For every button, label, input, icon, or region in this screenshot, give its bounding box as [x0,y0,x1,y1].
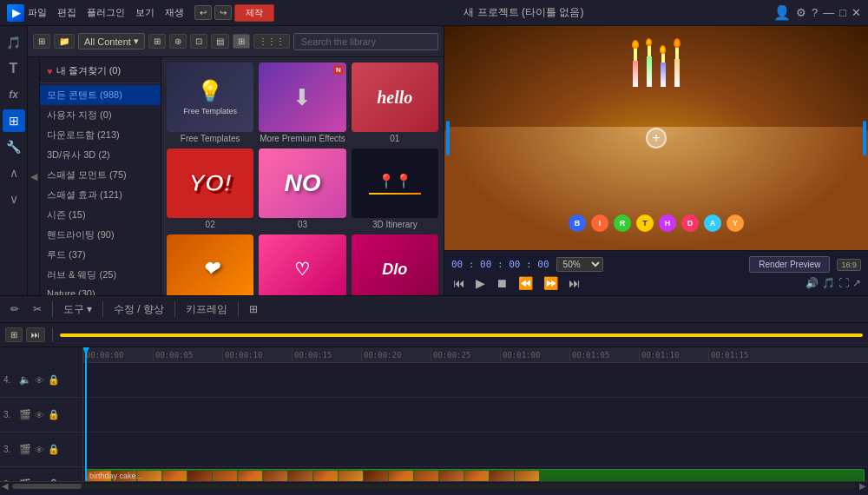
cat-user[interactable]: 사용자 지정 (0) [40,105,161,125]
track-3b-lock-icon[interactable]: 🔒 [48,444,60,455]
template-more3[interactable]: Dlo [352,234,438,295]
thumb-more1[interactable]: ❤ [167,234,253,295]
record-button[interactable]: 제작 [234,4,274,22]
thumb-more2[interactable]: ♡ [259,234,345,295]
sidebar-fx-icon[interactable]: fx [3,83,25,106]
video-clip[interactable]: birthday cake... [85,469,865,481]
track-3a-video-icon[interactable]: 🎬 [19,409,31,420]
track-3a-eye-icon[interactable]: 👁 [35,410,44,420]
fullscreen-icon[interactable]: ⛶ [838,277,849,289]
ruler-spacer [0,347,82,363]
scroll-right-btn[interactable]: ▶ [859,481,866,491]
scrollbar-thumb[interactable] [12,484,82,489]
menu-file[interactable]: 파일 [28,6,47,19]
folder-button[interactable]: 📁 [54,34,75,49]
search-input[interactable] [293,33,438,50]
menu-play[interactable]: 재생 [165,6,184,19]
settings-icon[interactable]: ⚙ [796,6,806,19]
keyframe-button[interactable]: 키프레임 [182,300,231,319]
track-3b-eye-icon[interactable]: 👁 [35,445,44,455]
timeline-jump-button[interactable]: ⏭ [26,327,45,342]
sidebar-chevron-down-icon[interactable]: ∨ [3,188,25,210]
tool-dropdown-button[interactable]: 도구 ▾ [60,300,95,319]
go-to-end-button[interactable]: ⏭ [567,276,582,290]
cat-nature[interactable]: Nature (30) [40,285,161,295]
menu-plugin[interactable]: 플러그인 [87,6,125,19]
menu-edit[interactable]: 편집 [57,6,76,19]
template-01[interactable]: hello 01 [352,63,438,143]
left-handle[interactable] [446,121,450,155]
cut-button[interactable]: ✂ [30,301,45,317]
template-more2[interactable]: ♡ [259,234,345,295]
export-icon[interactable]: ↗ [852,277,861,289]
add-overlay-button[interactable]: + [646,128,667,148]
undo-button[interactable]: ↩ [194,5,212,20]
render-preview-button[interactable]: Render Preview [749,256,830,273]
track-3b-video-icon[interactable]: 🎬 [19,444,31,455]
track-4-lock-icon[interactable]: 🔒 [48,374,60,386]
cat-all[interactable]: 모든 콘텐트 (988) [40,85,161,105]
zoom-select[interactable]: 50% 100% 75% 25% [556,257,603,272]
sidebar-media-icon[interactable]: 🎵 [3,31,25,54]
lib-btn-2[interactable]: ⊛ [169,34,187,49]
modify-button[interactable]: 수정 / 향상 [110,300,168,319]
clip-thumb-17 [490,471,514,481]
cat-special-effects[interactable]: 스패셜 효과 (121) [40,185,161,205]
close-button[interactable]: ✕ [852,6,861,19]
template-03[interactable]: NO 03 [259,148,345,229]
right-handle[interactable] [863,121,866,155]
mute-icon[interactable]: 🎵 [822,277,835,289]
cat-download[interactable]: 다운로드함 (213) [40,125,161,145]
cat-food[interactable]: 루드 (37) [40,245,161,265]
redo-button[interactable]: ↪ [214,5,232,20]
collapse-panel-button[interactable]: ◀ [28,57,40,295]
question-icon[interactable]: ? [812,6,818,19]
template-premium[interactable]: ⬇ N More Premium Effects [259,63,345,143]
thumb-no[interactable]: NO [259,148,345,218]
cat-love[interactable]: 러브 & 웨딩 (25) [40,265,161,285]
view-grid-btn[interactable]: ⊞ [233,34,250,49]
template-3d-itinerary[interactable]: 📍📍 3D Itinerary [352,148,438,229]
stop-button[interactable]: ⏹ [494,276,510,290]
cat-special-motion[interactable]: 스패셜 모먼트 (75) [40,165,161,185]
user-icon[interactable]: 👤 [773,4,791,21]
thumb-3d[interactable]: 📍📍 [352,148,438,218]
lib-btn-3[interactable]: ⊡ [190,34,207,49]
grid-button[interactable]: ⊞ [246,301,261,317]
template-02[interactable]: YO! 02 [167,148,253,229]
sidebar-chevron-up-icon[interactable]: ∧ [3,162,25,184]
thumb-premium[interactable]: ⬇ N [259,63,345,132]
menu-view[interactable]: 보기 [135,6,155,19]
lib-btn-1[interactable]: ⊞ [148,34,166,49]
thumb-yo[interactable]: YO! [167,148,253,218]
scrollbar-track[interactable] [12,484,856,489]
view-compact-btn[interactable]: ⋮⋮⋮ [253,34,290,49]
sidebar-templates-icon[interactable]: ⊞ [3,109,25,132]
thumb-more3[interactable]: Dlo [352,234,438,295]
scroll-left-btn[interactable]: ◀ [2,481,9,491]
import-button[interactable]: ⊞ [33,34,50,49]
timeline-home-button[interactable]: ⊞ [5,327,23,342]
minimize-button[interactable]: — [823,6,834,19]
view-list-btn[interactable]: ▤ [211,34,229,49]
sidebar-text-icon[interactable]: T [3,57,25,80]
frame-back-button[interactable]: ⏪ [516,276,535,290]
track-4-audio-icon[interactable]: 🔈 [19,374,31,386]
sidebar-filter-icon[interactable]: 🔧 [3,135,25,158]
play-button[interactable]: ▶ [474,276,487,290]
template-more1[interactable]: ❤ [167,234,253,295]
volume-icon[interactable]: 🔊 [806,277,819,289]
content-filter[interactable]: All Content ▾ [78,33,145,50]
maximize-button[interactable]: □ [839,6,846,19]
thumb-free[interactable]: 💡 Free Templates [167,63,253,132]
template-free[interactable]: 💡 Free Templates Free Templates [167,63,253,143]
cat-3d[interactable]: 3D/유사 3D (2) [40,145,161,165]
track-3a-lock-icon[interactable]: 🔒 [48,409,60,420]
cat-season[interactable]: 시즌 (15) [40,205,161,225]
thumb-hello[interactable]: hello [352,63,438,132]
frame-fwd-button[interactable]: ⏩ [542,276,560,290]
go-to-start-button[interactable]: ⏮ [451,276,467,290]
pencil-tool-button[interactable]: ✏ [7,301,23,317]
track-4-eye-icon[interactable]: 👁 [35,375,44,386]
cat-handwriting[interactable]: 핸드라이팅 (90) [40,225,161,245]
